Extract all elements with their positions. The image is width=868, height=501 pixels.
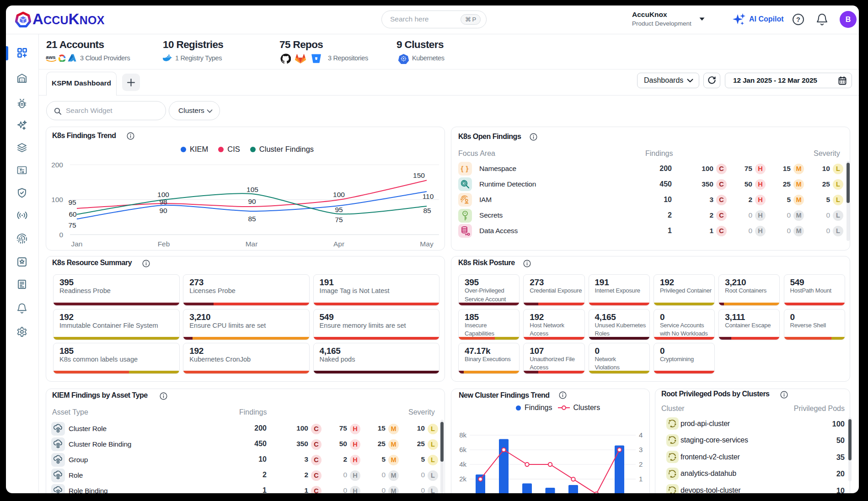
svg-text:95: 95	[335, 206, 343, 213]
svg-text:90: 90	[248, 197, 256, 205]
svg-text:4k: 4k	[459, 460, 466, 468]
svg-text:8k: 8k	[459, 431, 466, 439]
svg-text:Feb: Feb	[158, 240, 170, 248]
svg-text:Apr: Apr	[333, 240, 344, 248]
svg-text:aws: aws	[46, 54, 56, 60]
svg-text:May: May	[420, 240, 434, 248]
svg-text:?: ?	[796, 16, 800, 23]
svg-text:6k: 6k	[459, 446, 466, 453]
svg-text:100: 100	[51, 196, 63, 203]
svg-text:85: 85	[248, 215, 256, 223]
svg-text:110: 110	[423, 192, 434, 200]
svg-text:75: 75	[335, 216, 343, 224]
svg-text:95: 95	[68, 198, 76, 206]
svg-text:98: 98	[159, 198, 167, 206]
svg-text:100: 100	[333, 191, 345, 198]
svg-text:1: 1	[639, 475, 643, 483]
svg-text:85: 85	[423, 207, 431, 214]
svg-text:Jan: Jan	[71, 240, 83, 248]
svg-text:150: 150	[413, 171, 425, 179]
svg-text:2k: 2k	[459, 475, 466, 483]
svg-text:Mar: Mar	[246, 240, 258, 248]
svg-text:75: 75	[68, 221, 76, 229]
svg-text:90: 90	[159, 207, 167, 214]
svg-text:100: 100	[157, 191, 169, 198]
svg-text:105: 105	[246, 186, 258, 193]
svg-text:60: 60	[69, 210, 77, 218]
svg-text:2: 2	[639, 460, 643, 468]
svg-text:0: 0	[59, 231, 63, 239]
svg-text:4: 4	[639, 431, 643, 439]
svg-text:200: 200	[51, 161, 63, 169]
svg-text:3: 3	[639, 446, 643, 453]
